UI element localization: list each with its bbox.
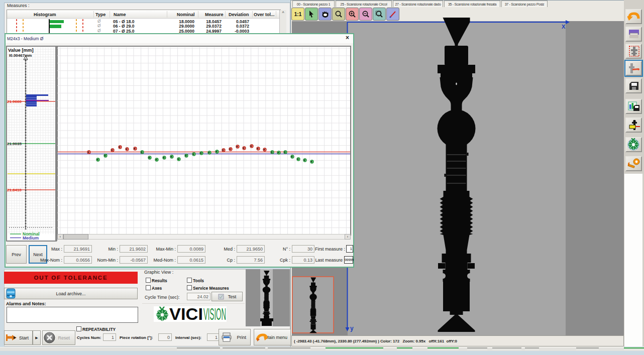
svg-text:X: X [562, 24, 566, 30]
svg-text:y: y [350, 325, 354, 332]
